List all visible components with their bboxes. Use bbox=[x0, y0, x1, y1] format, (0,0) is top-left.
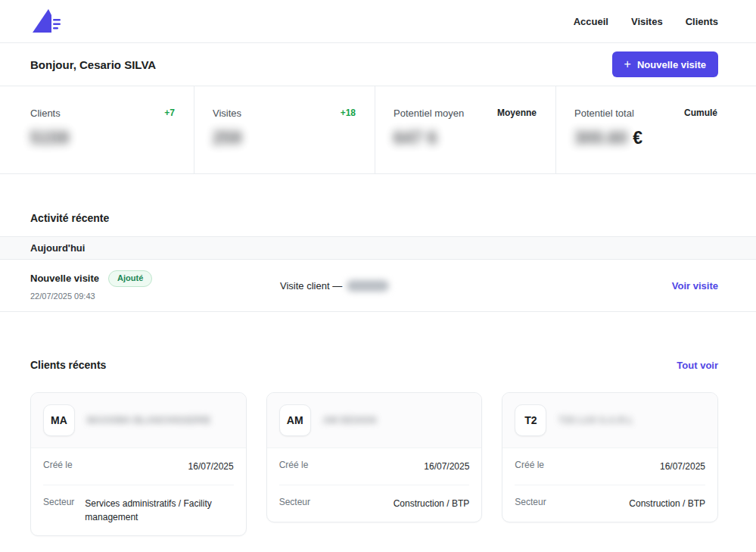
created-value: 16/07/2025 bbox=[660, 460, 705, 473]
client-name-redacted: T25 LUX S.A.R.L bbox=[558, 415, 633, 426]
sector-row: Secteur Services administratifs / Facili… bbox=[43, 485, 234, 535]
stat-visites: Visites +18 259 bbox=[194, 86, 375, 173]
sector-row: Secteur Construction / BTP bbox=[515, 485, 705, 522]
sector-label: Secteur bbox=[43, 497, 74, 524]
stat-potentiel-total-tag: Cumulé bbox=[684, 108, 717, 118]
sector-row: Secteur Construction / BTP bbox=[279, 485, 470, 522]
activity-description-prefix: Visite client — bbox=[280, 280, 342, 292]
created-row: Créé le 16/07/2025 bbox=[515, 448, 705, 485]
nav-item-clients[interactable]: Clients bbox=[686, 16, 718, 27]
created-row: Créé le 16/07/2025 bbox=[279, 448, 470, 485]
sector-value: Construction / BTP bbox=[629, 497, 705, 510]
nav-item-accueil[interactable]: Accueil bbox=[574, 16, 608, 27]
activity-timestamp: 22/07/2025 09:43 bbox=[30, 292, 280, 301]
activity-item-title: Nouvelle visite bbox=[30, 273, 99, 284]
activity-day-label: Aujourd'hui bbox=[30, 242, 85, 254]
created-label: Créé le bbox=[515, 460, 544, 473]
greeting-text: Bonjour, Cesario SILVA bbox=[30, 58, 156, 71]
created-value: 16/07/2025 bbox=[188, 460, 234, 473]
activity-day-group: Aujourd'hui bbox=[0, 236, 756, 260]
see-all-clients-link[interactable]: Tout voir bbox=[677, 360, 718, 371]
plus-icon: + bbox=[624, 58, 631, 70]
stat-potentiel-moyen: Potentiel moyen Moyenne 647 6 bbox=[375, 86, 556, 173]
stat-potentiel-total-value: 300.60 € bbox=[574, 128, 717, 148]
stats-row: Clients +7 5159 Visites +18 259 Potentie… bbox=[0, 86, 756, 174]
sector-value: Services administratifs / Facility manag… bbox=[85, 497, 233, 524]
client-avatar: T2 bbox=[515, 404, 546, 436]
stat-visites-value: 259 bbox=[213, 128, 356, 148]
client-card[interactable]: T2 T25 LUX S.A.R.L Créé le 16/07/2025 Se… bbox=[502, 392, 718, 522]
redacted-value: 5159 bbox=[30, 128, 69, 148]
stat-clients-delta: +7 bbox=[164, 108, 175, 118]
activity-description: Visite client — bbox=[280, 280, 672, 292]
client-avatar: AM bbox=[279, 404, 311, 436]
sector-value: Construction / BTP bbox=[394, 497, 470, 510]
stat-clients: Clients +7 5159 bbox=[0, 86, 194, 173]
euro-symbol: € bbox=[633, 128, 642, 148]
recent-clients-title: Clients récents bbox=[30, 359, 106, 371]
created-label: Créé le bbox=[279, 460, 309, 473]
client-name-redacted: AM DESIGN bbox=[323, 415, 377, 426]
redacted-value: 647 6 bbox=[394, 128, 437, 148]
redacted-value: 259 bbox=[213, 128, 241, 148]
created-label: Créé le bbox=[43, 460, 73, 473]
new-visit-button[interactable]: + Nouvelle visite bbox=[612, 51, 718, 77]
client-card[interactable]: AM AM DESIGN Créé le 16/07/2025 Secteur … bbox=[266, 392, 483, 522]
stat-potentiel-moyen-label: Potentiel moyen bbox=[394, 108, 464, 119]
redacted-client-name bbox=[347, 280, 389, 292]
stat-potentiel-moyen-tag: Moyenne bbox=[497, 108, 537, 118]
client-card[interactable]: MA MAXXIMA BLANCHISSERIE Créé le 16/07/2… bbox=[30, 392, 247, 536]
created-value: 16/07/2025 bbox=[424, 460, 469, 473]
stat-visites-delta: +18 bbox=[341, 108, 356, 118]
see-visit-link[interactable]: Voir visite bbox=[672, 280, 718, 292]
status-badge: Ajouté bbox=[108, 270, 152, 286]
recent-activity-title: Activité récente bbox=[30, 212, 726, 224]
client-name-redacted: MAXXIMA BLANCHISSERIE bbox=[87, 415, 211, 426]
activity-row: Nouvelle visite Ajouté 22/07/2025 09:43 … bbox=[0, 260, 756, 312]
stat-potentiel-total-label: Potentiel total bbox=[574, 108, 634, 119]
nav-item-visites[interactable]: Visites bbox=[631, 16, 663, 27]
client-cards: MA MAXXIMA BLANCHISSERIE Créé le 16/07/2… bbox=[0, 371, 756, 536]
stat-potentiel-moyen-value: 647 6 bbox=[394, 128, 537, 148]
nav-links: Accueil Visites Clients bbox=[574, 16, 718, 27]
triangle-lines-logo[interactable] bbox=[30, 6, 64, 36]
stat-visites-label: Visites bbox=[213, 108, 241, 119]
top-navigation: Accueil Visites Clients bbox=[0, 0, 756, 43]
stat-clients-label: Clients bbox=[30, 108, 61, 119]
sector-label: Secteur bbox=[279, 497, 310, 510]
stat-potentiel-total: Potentiel total Cumulé 300.60 € bbox=[556, 86, 756, 173]
stat-clients-value: 5159 bbox=[30, 128, 175, 148]
new-visit-button-label: Nouvelle visite bbox=[637, 59, 706, 70]
greeting-bar: Bonjour, Cesario SILVA + Nouvelle visite bbox=[0, 43, 756, 86]
created-row: Créé le 16/07/2025 bbox=[43, 448, 234, 485]
redacted-value: 300.60 bbox=[574, 128, 627, 148]
client-avatar: MA bbox=[43, 404, 75, 436]
sector-label: Secteur bbox=[515, 497, 546, 510]
